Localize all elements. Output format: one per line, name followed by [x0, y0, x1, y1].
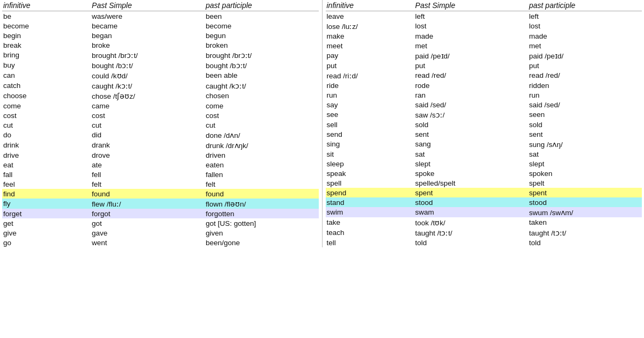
- table-cell: spoke: [414, 168, 528, 178]
- table-row: feelfeltfelt: [2, 179, 319, 189]
- table-cell: taught /tɔːt/: [414, 227, 528, 238]
- table-cell: cost: [2, 111, 91, 120]
- table-row: putputput: [326, 61, 642, 70]
- table-cell: become: [204, 21, 318, 31]
- table-cell: run: [528, 90, 642, 100]
- right-header-past-participle: past participle: [528, 0, 642, 11]
- table-cell: spelt: [528, 178, 642, 188]
- table-cell: got: [91, 218, 204, 228]
- table-cell: sold: [528, 120, 642, 129]
- table-cell: cost: [91, 111, 204, 120]
- table-cell: sat: [414, 149, 528, 159]
- table-row: becomebecamebecome: [2, 21, 319, 31]
- right-table-container: infinitive Past Simple past participle l…: [324, 0, 645, 247]
- table-cell: chose /tʃəʊz/: [91, 91, 204, 101]
- table-row: choosechose /tʃəʊz/chosen: [2, 91, 319, 101]
- table-cell: caught /kɔːt/: [91, 80, 204, 91]
- table-row: forgetforgotforgotten: [2, 209, 319, 218]
- table-cell: stood: [414, 197, 528, 207]
- table-row: singsangsung /sʌŋ/: [326, 139, 642, 149]
- table-cell: go: [2, 238, 91, 247]
- table-row: findfoundfound: [2, 189, 319, 199]
- table-row: taketook /tʊk/taken: [326, 217, 642, 227]
- table-cell: sent: [528, 129, 642, 139]
- table-row: gowentbeen/gone: [2, 238, 319, 247]
- table-cell: went: [91, 238, 204, 247]
- table-cell: fall: [2, 170, 91, 179]
- table-row: comecamecome: [2, 101, 319, 111]
- table-cell: say: [326, 100, 414, 109]
- table-cell: did: [91, 130, 204, 140]
- table-cell: buy: [2, 60, 91, 70]
- table-row: rideroderidden: [326, 80, 642, 90]
- table-cell: break: [2, 40, 91, 50]
- table-row: sitsatsat: [326, 149, 642, 159]
- table-row: costcostcost: [2, 111, 319, 120]
- table-cell: forget: [2, 209, 91, 218]
- table-row: sellsoldsold: [326, 120, 642, 129]
- table-cell: choose: [2, 91, 91, 101]
- table-cell: begin: [2, 31, 91, 40]
- table-cell: taught /tɔːt/: [528, 227, 642, 238]
- table-cell: broke: [91, 40, 204, 50]
- table-row: swimswamswum /swʌm/: [326, 207, 642, 217]
- table-cell: flew /fluː/: [91, 199, 204, 209]
- table-row: buybought /bɔːt/bought /bɔːt/: [2, 60, 319, 70]
- table-cell: came: [91, 101, 204, 111]
- table-cell: brought /brɔːt/: [204, 50, 318, 60]
- table-cell: be: [2, 11, 91, 21]
- table-cell: put: [528, 61, 642, 70]
- table-cell: read /red/: [528, 70, 642, 80]
- table-cell: found: [204, 189, 318, 199]
- table-row: makemademade: [326, 31, 642, 41]
- table-row: seesaw /sɔː/seen: [326, 109, 642, 120]
- table-cell: been: [204, 11, 318, 21]
- left-header-past-simple: Past Simple: [91, 0, 204, 11]
- table-cell: made: [528, 31, 642, 41]
- table-cell: caught /kɔːt/: [204, 80, 318, 91]
- table-cell: broken: [204, 40, 318, 50]
- right-header-row: infinitive Past Simple past participle: [326, 0, 642, 11]
- table-cell: spelled/spelt: [414, 178, 528, 188]
- table-cell: left: [414, 11, 528, 21]
- table-cell: teach: [326, 227, 414, 238]
- table-cell: felt: [204, 179, 318, 189]
- table-cell: spent: [528, 188, 642, 197]
- left-table-container: infinitive Past Simple past participle b…: [0, 0, 321, 247]
- table-cell: take: [326, 217, 414, 227]
- right-table-body: leaveleftleftlose /luːz/lostlostmakemade…: [326, 11, 642, 248]
- table-row: catchcaught /kɔːt/caught /kɔːt/: [2, 80, 319, 91]
- table-cell: sang: [414, 139, 528, 149]
- table-row: dodiddone /dʌn/: [2, 130, 319, 140]
- table-cell: meet: [326, 41, 414, 50]
- table-cell: met: [528, 41, 642, 50]
- table-cell: catch: [2, 80, 91, 91]
- table-cell: bring: [2, 50, 91, 60]
- table-cell: fell: [91, 170, 204, 179]
- table-cell: said /sed/: [414, 100, 528, 109]
- table-cell: became: [91, 21, 204, 31]
- left-header-past-participle: past participle: [204, 0, 318, 11]
- table-cell: found: [91, 189, 204, 199]
- table-cell: flown /fləʊn/: [204, 199, 318, 209]
- table-cell: sat: [528, 149, 642, 159]
- table-cell: drove: [91, 150, 204, 160]
- table-cell: told: [528, 238, 642, 247]
- table-cell: can: [2, 70, 91, 80]
- table-row: spendspentspent: [326, 188, 642, 197]
- table-cell: began: [91, 31, 204, 40]
- table-row: teachtaught /tɔːt/taught /tɔːt/: [326, 227, 642, 238]
- table-cell: sung /sʌŋ/: [528, 139, 642, 149]
- table-row: sleepsleptslept: [326, 159, 642, 168]
- table-cell: drive: [2, 150, 91, 160]
- table-cell: been able: [204, 70, 318, 80]
- table-cell: stood: [528, 197, 642, 207]
- left-table: infinitive Past Simple past participle b…: [2, 0, 319, 247]
- table-cell: eaten: [204, 160, 318, 170]
- table-cell: give: [2, 228, 91, 238]
- table-row: getgotgot [US: gotten]: [2, 218, 319, 228]
- table-cell: get: [2, 218, 91, 228]
- table-row: eatateeaten: [2, 160, 319, 170]
- table-cell: bought /bɔːt/: [204, 60, 318, 70]
- table-row: telltoldtold: [326, 238, 642, 247]
